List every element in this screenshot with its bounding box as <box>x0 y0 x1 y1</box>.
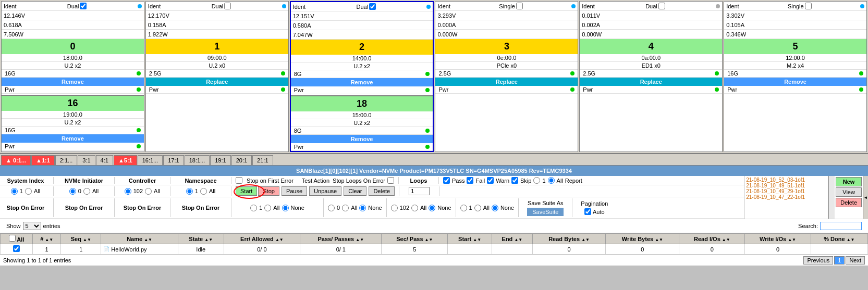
nvme-stop0-radio[interactable] <box>328 205 335 211</box>
tab-tab3[interactable]: 3:1 <box>78 155 95 165</box>
sep18 <box>386 198 387 217</box>
log-entry-1[interactable]: 21-08-19_10_49_51-1of1 <box>746 183 827 188</box>
tab-tab9[interactable]: 19:1 <box>210 155 230 165</box>
skip-checkbox[interactable] <box>511 177 518 184</box>
th-pass--passes[interactable]: Pass/ Passes ▲▼ <box>300 234 382 244</box>
ctrl-stopall-radio[interactable] <box>411 205 418 211</box>
tab-tab0[interactable]: ▲ 0:1... <box>1 155 31 165</box>
th-err--allowed[interactable]: Err/ Allowed ▲▼ <box>224 234 300 244</box>
tab-tab8[interactable]: 18:1... <box>185 155 210 165</box>
tab-tab1[interactable]: ▲1:1 <box>31 155 55 165</box>
ns-1-radio[interactable] <box>186 188 193 195</box>
start-button[interactable]: Start <box>236 186 257 196</box>
clear-button[interactable]: Clear <box>344 186 366 196</box>
pass-checkbox[interactable] <box>443 177 450 184</box>
delete-button[interactable]: Delete <box>369 186 395 196</box>
next-button[interactable]: Next <box>846 256 865 264</box>
ns-all-radio[interactable] <box>200 188 207 195</box>
fail-checkbox[interactable] <box>467 177 473 184</box>
delete-log-button[interactable]: Delete <box>836 198 862 207</box>
log-entry-0[interactable]: 21-08-19_10_52_03-1of1 <box>746 177 827 183</box>
stop1-radio[interactable] <box>250 205 257 211</box>
nvme-0-radio[interactable] <box>69 188 76 195</box>
ns-stopnone-radio[interactable] <box>492 205 498 211</box>
ctrl-all-radio[interactable] <box>145 188 152 195</box>
action-button[interactable]: Remove <box>724 78 866 86</box>
th-name[interactable]: Name ▲▼ <box>101 234 178 244</box>
ctrl-102-radio[interactable] <box>125 188 131 195</box>
log-entry-2[interactable]: 21-08-19_10_49_29-1of1 <box>746 188 827 194</box>
stopall-radio[interactable] <box>264 205 271 211</box>
auto-checkbox[interactable] <box>584 208 591 215</box>
th-start[interactable]: Start ▲▼ <box>448 234 492 244</box>
pause-button[interactable]: Pause <box>282 186 307 196</box>
tab-tab10[interactable]: 20:1 <box>231 155 252 165</box>
stop-button[interactable]: Stop <box>258 186 279 196</box>
action-button[interactable]: Replace <box>580 78 722 86</box>
new-button[interactable]: New <box>836 177 862 186</box>
cell-0[interactable] <box>1 244 33 255</box>
tab-tab5[interactable]: ▲5:1 <box>114 155 137 165</box>
select-all-checkbox[interactable] <box>9 235 16 242</box>
th-end[interactable]: End ▲▼ <box>492 234 532 244</box>
table-row: 11📄HelloWorld.pyIdle0/ 00/ 150000 <box>1 244 868 255</box>
nvme-all-radio[interactable] <box>83 188 90 195</box>
tab-tab6[interactable]: 16:1... <box>138 155 163 165</box>
th-state[interactable]: State ▲▼ <box>178 234 224 244</box>
search-input[interactable] <box>820 222 862 230</box>
tab-tab2[interactable]: 2:1... <box>55 155 77 165</box>
action-button[interactable]: Replace <box>435 78 578 86</box>
all-radio[interactable] <box>548 177 555 184</box>
mode-checkbox[interactable] <box>369 3 376 10</box>
page-1-button[interactable]: 1 <box>834 256 845 264</box>
one-radio[interactable] <box>533 177 540 184</box>
th-write-i-os[interactable]: Write I/Os ▲▼ <box>745 234 811 244</box>
tab-tab11[interactable]: 21:1 <box>252 155 273 165</box>
collapse-panel-btn[interactable]: ◄ <box>863 176 868 219</box>
sep11 <box>399 186 399 196</box>
stopnone-radio[interactable] <box>282 205 289 211</box>
log-entry-3[interactable]: 21-08-19_10_47_22-1of1 <box>746 194 827 200</box>
sub-drive-drive0: 16 19:00.0 U.2 x2 16G Remove Pwr <box>2 95 144 150</box>
mode-checkbox[interactable] <box>805 3 812 9</box>
action-button[interactable]: Replace <box>146 78 288 86</box>
row-checkbox[interactable] <box>13 245 20 252</box>
action-button[interactable]: Remove <box>291 78 433 86</box>
th-sec--pass[interactable]: Sec/ Pass ▲▼ <box>382 234 448 244</box>
ns-stopall-radio[interactable] <box>474 205 481 211</box>
mode-checkbox[interactable] <box>80 3 87 9</box>
mode-checkbox[interactable] <box>516 3 523 9</box>
loops-input[interactable] <box>409 187 430 195</box>
stop-loops-on-error-checkbox[interactable] <box>387 177 394 184</box>
ns-stop1-radio[interactable] <box>460 205 467 211</box>
show-select[interactable]: 5 10 25 <box>23 222 41 230</box>
th--[interactable]: # ▲▼ <box>32 234 60 244</box>
sysidx-all-radio[interactable] <box>25 188 32 195</box>
sub-action-button[interactable]: Remove <box>291 135 433 143</box>
th-read-bytes[interactable]: Read Bytes ▲▼ <box>532 234 606 244</box>
previous-button[interactable]: Previous <box>803 256 833 264</box>
th---done[interactable]: % Done ▲▼ <box>811 234 867 244</box>
th-all[interactable]: All <box>1 234 33 244</box>
tab-tab4[interactable]: 4:1 <box>96 155 113 165</box>
save-suite-button[interactable]: SaveSuite <box>527 208 564 216</box>
warn-checkbox[interactable] <box>487 177 494 184</box>
nvme-stopnone-radio[interactable] <box>359 205 366 211</box>
unpause-button[interactable]: Unpause <box>309 186 341 196</box>
action-button[interactable]: Remove <box>2 78 144 86</box>
stop-first-error-checkbox[interactable] <box>236 177 242 184</box>
sysidx-1-radio[interactable] <box>11 188 18 195</box>
tab-tab7[interactable]: 17:1 <box>163 155 184 165</box>
view-button[interactable]: View <box>836 187 862 197</box>
mode-checkbox[interactable] <box>224 3 231 9</box>
nvme-stopall-radio[interactable] <box>342 205 349 211</box>
ctrl-stop102-radio[interactable] <box>391 205 398 211</box>
ctrl-stopnone-radio[interactable] <box>429 205 435 211</box>
th-read-i-os[interactable]: Read I/Os ▲▼ <box>679 234 745 244</box>
mode-checkbox[interactable] <box>658 3 665 9</box>
th-write-bytes[interactable]: Write Bytes ▲▼ <box>606 234 679 244</box>
sub-action-button[interactable]: Remove <box>2 134 144 143</box>
th-seq[interactable]: Seq ▲▼ <box>61 234 101 244</box>
log-scrollbar[interactable] <box>828 176 835 219</box>
sort-arrow: ▲▼ <box>144 237 152 242</box>
